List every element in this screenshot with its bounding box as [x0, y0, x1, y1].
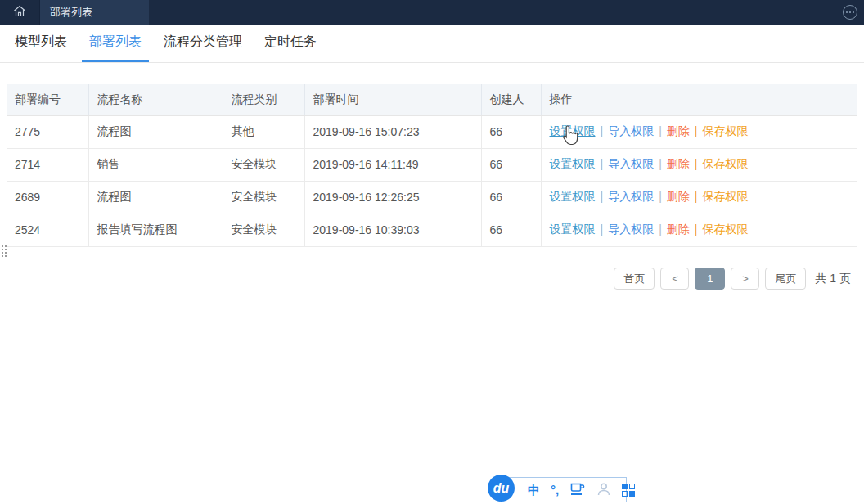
cell-process-category: 安全模块 — [223, 148, 304, 181]
table-row: 2689 流程图 安全模块 2019-09-16 12:26:25 66 设置权… — [7, 181, 857, 214]
delete-link[interactable]: 删除 — [667, 190, 690, 203]
save-permission-link[interactable]: 保存权限 — [702, 157, 748, 170]
tab-scheduled-tasks[interactable]: 定时任务 — [257, 25, 324, 62]
user-icon[interactable] — [596, 482, 611, 498]
action-separator: | — [695, 124, 698, 137]
action-separator: | — [659, 223, 662, 236]
cell-process-name: 销售 — [88, 148, 223, 181]
cell-deploy-time: 2019-09-16 15:07:23 — [304, 115, 481, 148]
cell-actions: 设置权限|导入权限|删除|保存权限 — [541, 115, 857, 148]
topbar-tab-label: 部署列表 — [50, 5, 92, 20]
set-permission-link[interactable]: 设置权限 — [550, 190, 596, 203]
action-separator: | — [659, 190, 662, 203]
cell-process-name: 流程图 — [88, 181, 223, 214]
deployments-table: 部署编号 流程名称 流程类别 部署时间 创建人 操作 2775 流程图 其他 2… — [7, 84, 857, 247]
import-permission-link[interactable]: 导入权限 — [608, 124, 654, 137]
cell-process-name: 流程图 — [88, 115, 223, 148]
set-permission-link[interactable]: 设置权限 — [550, 157, 596, 170]
cell-deploy-time: 2019-09-16 14:11:49 — [304, 148, 481, 181]
save-permission-link[interactable]: 保存权限 — [702, 124, 748, 137]
action-separator: | — [659, 157, 662, 170]
save-permission-link[interactable]: 保存权限 — [702, 190, 748, 203]
set-permission-link[interactable]: 设置权限 — [550, 223, 596, 236]
cell-deploy-time: 2019-09-16 10:39:03 — [304, 214, 481, 246]
tab-process-category[interactable]: 流程分类管理 — [156, 25, 250, 62]
drag-handle[interactable] — [1, 245, 7, 258]
cell-creator: 66 — [481, 148, 541, 181]
cell-deploy-id: 2524 — [7, 214, 88, 246]
home-button[interactable] — [0, 0, 39, 25]
col-deploy-id: 部署编号 — [7, 84, 88, 115]
ime-mode-toggle[interactable]: 中 — [528, 484, 540, 496]
ime-logo[interactable]: du — [488, 475, 515, 502]
col-creator: 创建人 — [481, 84, 541, 115]
delete-link[interactable]: 删除 — [667, 223, 690, 236]
action-separator: | — [601, 157, 604, 170]
cell-actions: 设置权限|导入权限|删除|保存权限 — [541, 181, 857, 214]
cell-creator: 66 — [481, 214, 541, 246]
action-separator: | — [695, 190, 698, 203]
cup-icon[interactable] — [569, 482, 586, 497]
table-row: 2524 报告填写流程图 安全模块 2019-09-16 10:39:03 66… — [7, 214, 857, 246]
cell-creator: 66 — [481, 115, 541, 148]
topbar-spacer — [149, 0, 843, 25]
home-icon — [13, 5, 26, 20]
col-actions: 操作 — [541, 84, 857, 115]
action-separator: | — [601, 124, 604, 137]
ime-punctuation-toggle[interactable]: °, — [551, 484, 559, 496]
pagination: 首页 < 1 > 尾页 共 1 页 — [614, 268, 851, 290]
table-row: 2714 销售 安全模块 2019-09-16 14:11:49 66 设置权限… — [7, 148, 857, 181]
action-separator: | — [601, 190, 604, 203]
next-page-button[interactable]: > — [731, 268, 759, 290]
last-page-button[interactable]: 尾页 — [765, 268, 806, 290]
first-page-button[interactable]: 首页 — [614, 268, 655, 290]
tab-deploy-list[interactable]: 部署列表 — [82, 25, 149, 62]
cell-deploy-id: 2775 — [7, 115, 88, 148]
cell-creator: 66 — [481, 181, 541, 214]
action-separator: | — [601, 223, 604, 236]
ellipsis-icon[interactable] — [843, 5, 857, 20]
set-permission-link[interactable]: 设置权限 — [550, 124, 596, 137]
delete-link[interactable]: 删除 — [667, 124, 690, 137]
table-header-row: 部署编号 流程名称 流程类别 部署时间 创建人 操作 — [7, 84, 857, 115]
total-pages-label: 共 1 页 — [815, 272, 851, 286]
current-page-button[interactable]: 1 — [695, 268, 725, 290]
cell-deploy-id: 2689 — [7, 181, 88, 214]
tab-model-list[interactable]: 模型列表 — [7, 25, 74, 62]
action-separator: | — [695, 157, 698, 170]
grid-icon[interactable] — [622, 484, 635, 497]
app-topbar: 部署列表 — [0, 0, 864, 25]
nav-tabs: 模型列表 部署列表 流程分类管理 定时任务 — [0, 25, 864, 63]
action-separator: | — [659, 124, 662, 137]
cell-process-category: 安全模块 — [223, 214, 304, 246]
action-separator: | — [695, 223, 698, 236]
cell-deploy-time: 2019-09-16 12:26:25 — [304, 181, 481, 214]
cell-actions: 设置权限|导入权限|删除|保存权限 — [541, 214, 857, 246]
topbar-tab-deploy-list[interactable]: 部署列表 — [39, 0, 149, 25]
cell-actions: 设置权限|导入权限|删除|保存权限 — [541, 148, 857, 181]
prev-page-button[interactable]: < — [660, 268, 689, 290]
cell-process-name: 报告填写流程图 — [88, 214, 223, 246]
col-deploy-time: 部署时间 — [304, 84, 481, 115]
table-row: 2775 流程图 其他 2019-09-16 15:07:23 66 设置权限|… — [7, 115, 857, 148]
col-process-name: 流程名称 — [88, 84, 223, 115]
delete-link[interactable]: 删除 — [667, 157, 690, 170]
col-process-category: 流程类别 — [223, 84, 304, 115]
cell-process-category: 其他 — [223, 115, 304, 148]
import-permission-link[interactable]: 导入权限 — [608, 157, 654, 170]
cell-process-category: 安全模块 — [223, 181, 304, 214]
import-permission-link[interactable]: 导入权限 — [608, 223, 654, 236]
ime-toolbar: 中 °, — [499, 477, 627, 502]
cell-deploy-id: 2714 — [7, 148, 88, 181]
save-permission-link[interactable]: 保存权限 — [702, 223, 748, 236]
import-permission-link[interactable]: 导入权限 — [608, 190, 654, 203]
